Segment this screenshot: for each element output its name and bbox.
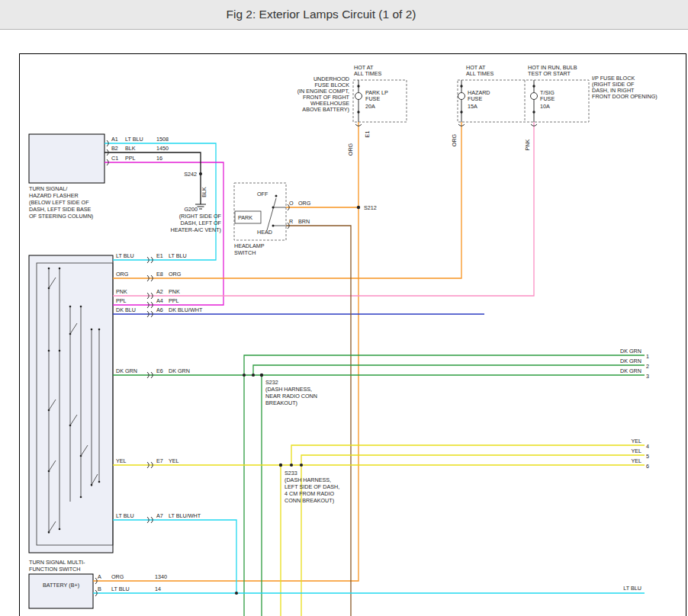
switch-position-label: PARK <box>238 214 252 221</box>
wire-color-label: ORG <box>451 133 458 146</box>
splice-dot-s232 <box>260 374 263 377</box>
splice-location: CONN BREAKOUT) <box>285 497 334 504</box>
switch-position-label: OFF <box>257 191 268 197</box>
pin-label: E6 <box>156 367 163 374</box>
wire-number: 1 <box>646 353 649 360</box>
splice-location: (DASH HARNESS, <box>285 476 331 483</box>
wire-color-label: YEL <box>631 457 641 464</box>
wire-color-label: PPL <box>125 155 136 162</box>
circuit-number: 14 <box>155 586 161 592</box>
wire-color-label: LT BLU <box>623 585 641 592</box>
wire-color-label: DK GRN <box>620 358 641 364</box>
wire-color-label: ORG <box>347 143 354 156</box>
junction-dot-grn-2 <box>252 374 255 377</box>
hazard-flasher-box <box>29 134 104 183</box>
switch-position-label: HEAD <box>257 229 272 236</box>
multifunction-switch-name: FUNCTION SWITCH <box>29 566 80 573</box>
junction-dot-yel-4 <box>290 464 293 467</box>
multifunction-switch-name: TURN SIGNAL MULTI- <box>29 559 85 566</box>
hazard-fuse-amps: 15A <box>468 103 477 110</box>
wire-color-label: PNK <box>169 288 180 295</box>
underhood-location: ABOVE BATTERY) <box>302 106 349 113</box>
splice-location: NEAR RADIO CONN <box>265 393 317 399</box>
wire-color-label: LT BLU <box>116 252 134 259</box>
ground-id: G200 <box>184 206 198 213</box>
wire-color-label: PNK <box>116 288 127 295</box>
pin-label: E8 <box>156 271 163 278</box>
pin-label: R <box>289 218 293 225</box>
wire-color-label: LT BLU <box>169 252 187 259</box>
wire-color-label: ORG <box>111 573 124 580</box>
splice-location: 4 CM FROM RADIO <box>285 490 334 497</box>
hazard-fuse-label: FUSE <box>468 95 482 102</box>
feed-label: ALL TIMES <box>354 70 382 77</box>
circuit-number: 16 <box>156 155 162 162</box>
wire-number: 5 <box>646 453 649 460</box>
tsig-fuse-label: FUSE <box>540 95 555 102</box>
battery-box <box>29 574 93 608</box>
pin-label: B <box>98 586 101 592</box>
splice-label: S242 <box>184 171 197 178</box>
wire-color-label: ORG <box>298 200 311 207</box>
parklp-fuse-label: FUSE <box>365 95 380 102</box>
splice-dot-s233 <box>279 464 282 467</box>
splice-label: S232 <box>265 379 278 386</box>
wire-color-label: BLK <box>201 187 207 197</box>
wire-color-label: ORG <box>169 271 182 278</box>
wire-color-label: DK GRN <box>620 367 641 374</box>
circuit-number: 1508 <box>156 136 169 143</box>
splice-location: (DASH HARNESS, <box>265 386 312 393</box>
pin-label: A1 <box>111 136 118 143</box>
pin-label: A2 <box>156 288 163 295</box>
junction-dot-ltblu-bottom <box>235 592 238 595</box>
circuit-number: 1340 <box>155 573 167 580</box>
headlamp-switch-name: SWITCH <box>234 249 256 256</box>
splice-dot-s242 <box>199 172 202 175</box>
wire-color-label: BRN <box>298 218 310 225</box>
ground-location: HEATER-A/C VENT) <box>170 226 221 233</box>
ground-location: DASH, LEFT OF <box>181 220 222 226</box>
pin-label: C1 <box>111 155 118 162</box>
pin-label: E1 <box>364 131 371 138</box>
wire-color-label: LT BLU/WHT <box>169 512 201 519</box>
junction-dot-grn-1 <box>243 374 246 377</box>
wire-color-label: DK GRN <box>169 367 190 374</box>
wire-color-label: BLK <box>125 145 136 152</box>
wire-color-label: PNK <box>524 139 531 150</box>
wire-number: 3 <box>646 373 649 380</box>
wire-color-label: YEL <box>631 438 641 444</box>
wiring-diagram-page: Fig 2: Exterior Lamps Circuit (1 of 2) <box>0 0 688 616</box>
flasher-location: DASH, LEFT SIDE BASE <box>29 206 92 213</box>
wire-color-label: DK GRN <box>620 348 641 355</box>
figure-title: Fig 2: Exterior Lamps Circuit (1 of 2) <box>227 8 416 21</box>
wire-color-label: DK GRN <box>116 367 137 374</box>
wire-color-label: YEL <box>169 457 179 464</box>
splice-location: BREAKOUT) <box>265 399 297 406</box>
wire-color-label: PPL <box>169 297 179 304</box>
wire-color-label: LT BLU <box>116 512 134 519</box>
flasher-name: TURN SIGNAL/ <box>29 185 67 192</box>
headlamp-switch-name: HEADLAMP <box>234 242 265 249</box>
flasher-location: OF STEERING COLUMN) <box>29 213 93 220</box>
wire-color-label: PPL <box>116 297 127 304</box>
parklp-fuse-amps: 20A <box>365 103 375 110</box>
pin-label: E7 <box>156 457 163 464</box>
splice-location: LEFT SIDE OF DASH, <box>285 483 339 490</box>
wire-color-label: YEL <box>116 457 127 464</box>
wire-color-label: YEL <box>631 448 641 454</box>
diagram-frame <box>20 54 686 616</box>
pin-label: A6 <box>156 306 163 313</box>
junction-dot-yel-5 <box>300 464 303 467</box>
ground-location: (RIGHT SIDE OF <box>179 213 222 220</box>
wire-number: 6 <box>646 463 649 470</box>
battery-name: BATTERY (B+) <box>43 582 79 589</box>
wiring-diagram: Fig 2: Exterior Lamps Circuit (1 of 2) <box>0 0 688 616</box>
splice-label-s212: S212 <box>364 204 377 211</box>
splice-dot-s212 <box>357 206 360 209</box>
wire-color-label: ORG <box>116 271 129 278</box>
multifunction-switch-box <box>29 255 113 553</box>
tsig-fuse-amps: 10A <box>540 103 550 110</box>
pin-label: A <box>98 573 101 580</box>
pin-label: A4 <box>156 297 163 304</box>
circuit-number: 1450 <box>156 145 169 152</box>
